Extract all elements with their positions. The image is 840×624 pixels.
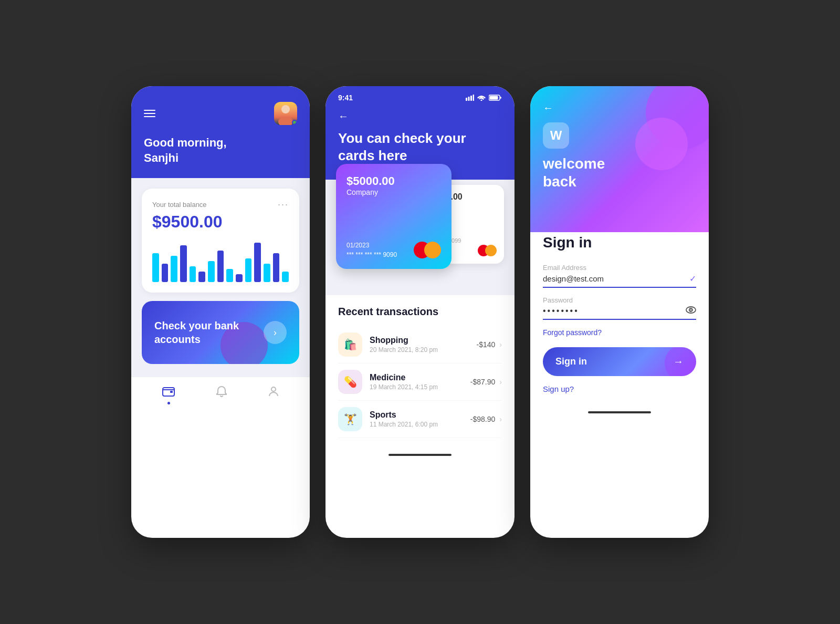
- transaction-date: 11 March 2021, 6:00 pm: [370, 421, 463, 428]
- chart-bar: [217, 251, 224, 282]
- transactions-section: Recent transactions 🛍️ Shopping 20 March…: [326, 295, 514, 449]
- chart-bar: [273, 253, 280, 282]
- card-front-bottom: 01/2023 *** *** *** *** 9090: [346, 242, 441, 258]
- password-dots: ••••••••: [543, 306, 686, 316]
- transaction-item[interactable]: 🛍️ Shopping 20 March 2021, 8:20 pm -$140…: [338, 326, 502, 363]
- transaction-item[interactable]: 💊 Medicine 19 March 2021, 4:15 pm -$87.9…: [338, 363, 502, 401]
- bell-icon: [216, 386, 227, 400]
- logo-letter: W: [550, 128, 562, 143]
- avatar[interactable]: [274, 102, 297, 125]
- transaction-name: Medicine: [370, 373, 463, 382]
- back-button[interactable]: ←: [338, 110, 502, 122]
- back-button[interactable]: ←: [543, 102, 696, 114]
- signup-link[interactable]: Sign up?: [543, 384, 696, 393]
- phone-1-body: Your total balance ··· $9500.00 Check yo…: [131, 178, 310, 377]
- chart-bar: [190, 266, 196, 282]
- status-icons: [466, 95, 502, 101]
- nav-bell[interactable]: [216, 386, 227, 400]
- eye-icon[interactable]: [686, 306, 696, 316]
- phone-3: ← W welcome back Sign in Email Address d…: [530, 86, 709, 538]
- phone-1-header: Good morning, Sanjhi: [131, 86, 310, 178]
- chevron-right-icon: ›: [499, 378, 502, 386]
- email-field[interactable]: design@test.com ✓: [543, 274, 696, 288]
- status-bar: 9:41: [338, 93, 502, 102]
- chart-bar: [180, 245, 187, 282]
- transaction-amount: -$98.90: [470, 415, 495, 423]
- navigate-button[interactable]: ›: [264, 321, 287, 344]
- balance-chart: [152, 240, 289, 282]
- bank-accounts-card[interactable]: Check your bank accounts ›: [142, 301, 299, 364]
- svg-point-0: [281, 105, 290, 113]
- phone-2: 9:41: [326, 86, 514, 538]
- svg-point-1: [278, 117, 293, 125]
- transaction-icon: 🛍️: [338, 332, 362, 357]
- bottom-nav: [131, 377, 310, 411]
- svg-point-4: [271, 387, 276, 391]
- avatar-online-dot: [292, 120, 297, 125]
- chart-bar: [245, 258, 252, 282]
- email-group: Email Address design@test.com ✓: [543, 264, 696, 288]
- arrow-right-icon: ›: [274, 327, 277, 338]
- status-time: 9:41: [338, 93, 353, 102]
- home-bar: [388, 454, 452, 456]
- greeting-text: Good morning, Sanjhi: [144, 136, 297, 165]
- phone-3-body: Sign in Email Address design@test.com ✓ …: [530, 222, 709, 406]
- svg-rect-11: [490, 96, 498, 100]
- transaction-icon: 🏋️: [338, 407, 362, 431]
- transaction-date: 20 March 2021, 8:20 pm: [370, 346, 469, 353]
- chart-bar: [236, 274, 243, 282]
- svg-point-9: [481, 100, 482, 101]
- transaction-name: Shopping: [370, 336, 469, 345]
- transaction-right: -$87.90 ›: [470, 378, 502, 386]
- checkmark-icon: ✓: [689, 274, 696, 284]
- profile-icon: [268, 386, 279, 400]
- password-group: Password ••••••••: [543, 296, 696, 320]
- transaction-info: Medicine 19 March 2021, 4:15 pm: [370, 373, 463, 391]
- forgot-password-link[interactable]: Forgot password?: [543, 328, 696, 337]
- transaction-date: 19 March 2021, 4:15 pm: [370, 383, 463, 391]
- svg-rect-6: [468, 97, 470, 101]
- hamburger-icon[interactable]: [144, 110, 155, 117]
- svg-rect-3: [170, 391, 173, 393]
- cards-stack: $3000.00 Home 01/2023 •• ••• ••• 5099 $5…: [336, 180, 504, 295]
- transaction-right: -$98.90 ›: [470, 415, 502, 423]
- password-field[interactable]: ••••••••: [543, 306, 696, 320]
- chart-bar: [208, 261, 215, 282]
- signin-title: Sign in: [543, 234, 696, 251]
- signin-arrow-icon: →: [673, 356, 684, 368]
- app-logo: W: [543, 122, 569, 149]
- transaction-item[interactable]: 🏋️ Sports 11 March 2021, 6:00 pm -$98.90…: [338, 401, 502, 438]
- transaction-name: Sports: [370, 410, 463, 420]
- card-front[interactable]: $5000.00 Company 01/2023 *** *** *** ***…: [336, 164, 452, 269]
- phones-container: Good morning, Sanjhi Your total balance …: [131, 86, 709, 538]
- more-options-icon[interactable]: ···: [278, 199, 289, 210]
- transaction-amount: -$140: [477, 340, 496, 349]
- chart-bar: [198, 272, 205, 282]
- transaction-amount: -$87.90: [470, 378, 495, 386]
- chart-bar: [226, 269, 233, 282]
- phone-1-top-bar: [144, 102, 297, 125]
- phone-3-header: ← W welcome back: [530, 86, 709, 232]
- svg-rect-5: [466, 98, 467, 101]
- email-value: design@test.com: [543, 274, 689, 283]
- active-dot: [167, 402, 170, 404]
- balance-label: Your total balance: [152, 201, 207, 209]
- chevron-right-icon: ›: [499, 415, 502, 423]
- page-title: You can check yourcards here: [338, 130, 502, 164]
- card-front-date: 01/2023: [346, 242, 397, 249]
- svg-point-14: [690, 309, 691, 310]
- nav-profile[interactable]: [268, 386, 279, 400]
- signin-button[interactable]: Sign in →: [543, 347, 696, 376]
- nav-wallet[interactable]: [162, 386, 175, 400]
- balance-card: Your total balance ··· $9500.00: [142, 189, 299, 293]
- card-front-name: Company: [346, 188, 441, 196]
- home-bar-area: [326, 449, 514, 461]
- card-front-amount: $5000.00: [346, 174, 441, 188]
- chart-bar: [282, 272, 289, 282]
- chart-bar: [162, 264, 169, 282]
- transaction-info: Sports 11 March 2021, 6:00 pm: [370, 410, 463, 428]
- chart-bar: [254, 243, 261, 282]
- chart-bar: [152, 253, 159, 282]
- transaction-icon: 💊: [338, 370, 362, 394]
- balance-amount: $9500.00: [152, 212, 289, 232]
